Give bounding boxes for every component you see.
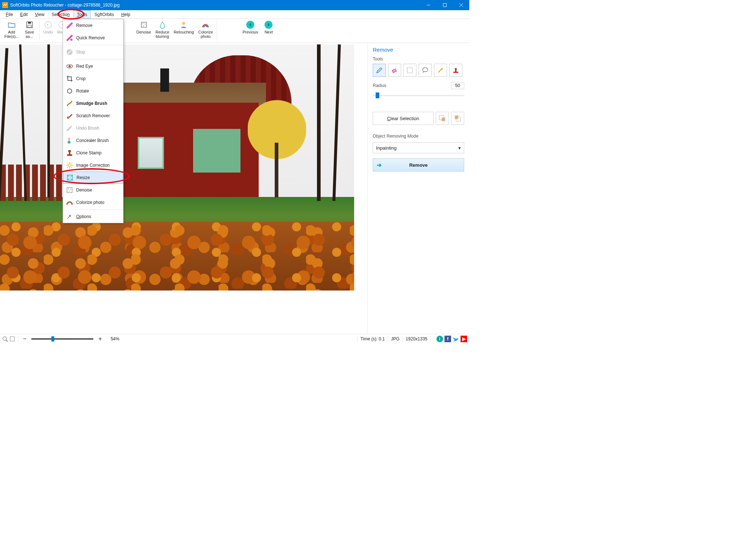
menu-file[interactable]: File [2, 10, 16, 19]
menu-edit[interactable]: Edit [16, 10, 31, 19]
selection-subtract-button[interactable] [451, 112, 464, 125]
svg-point-14 [182, 22, 185, 25]
tool-stamp[interactable] [449, 64, 462, 77]
save-as-button[interactable]: Save as... [22, 20, 37, 39]
menu-item-quick-remove[interactable]: Quick Remove [63, 32, 123, 44]
remove-button-label: Remove [409, 162, 428, 168]
menu-view[interactable]: View [31, 10, 48, 19]
tool-eraser[interactable] [388, 64, 401, 77]
previous-button[interactable]: Previous [241, 20, 260, 35]
retouching-label: Retouching [174, 30, 194, 34]
add-files-button[interactable]: Add File(s)... [3, 20, 20, 39]
menu-item-undo-brush: Undo Brush [63, 122, 123, 134]
window-title: SoftOrbits Photo Retoucher - cottage-297… [10, 3, 120, 8]
colorize-button[interactable]: Colorize photo [197, 20, 214, 39]
undo-icon [44, 20, 52, 29]
svg-rect-6 [28, 22, 31, 24]
denoise-label: Denoise [136, 30, 151, 34]
undo-label: Undo [43, 30, 53, 34]
zoom-slider[interactable] [31, 338, 93, 340]
svg-point-11 [142, 23, 143, 24]
canvas-area[interactable] [0, 43, 367, 334]
rotate-icon [64, 86, 75, 96]
reduce-blurring-button[interactable]: Reduce blurring [154, 20, 171, 39]
svg-line-33 [67, 163, 68, 163]
svg-point-39 [68, 189, 69, 189]
svg-rect-53 [10, 337, 15, 341]
svg-line-36 [67, 167, 68, 168]
mode-value: Inpainting [376, 145, 396, 151]
tool-marquee[interactable] [403, 64, 416, 77]
social-links: i f ▶ [436, 336, 467, 342]
zoom-in-button[interactable]: + [97, 336, 103, 342]
menu-separator [75, 209, 123, 210]
time-label: Time (s): 0.1 [360, 336, 385, 341]
menu-item-remove[interactable]: Remove [63, 19, 123, 32]
next-button[interactable]: Next [261, 20, 276, 35]
menu-item-crop[interactable]: Crop [63, 72, 123, 85]
zoom-out-button[interactable]: − [21, 336, 28, 342]
svg-rect-42 [392, 69, 396, 73]
facebook-icon[interactable]: f [444, 336, 451, 342]
prev-icon [246, 20, 255, 29]
retouching-button[interactable]: Retouching [172, 20, 196, 35]
crop-icon [64, 74, 75, 84]
svg-point-12 [145, 24, 145, 24]
svg-line-52 [6, 340, 8, 341]
denoise-button[interactable]: Denoise [135, 20, 152, 35]
info-icon[interactable]: i [436, 336, 443, 342]
person-icon [179, 20, 188, 29]
close-button[interactable] [453, 0, 469, 10]
selection-add-button[interactable] [436, 112, 449, 125]
menu-tools[interactable]: Tools [73, 10, 91, 19]
clear-selection-button[interactable]: Clear Selection [373, 112, 434, 125]
svg-rect-50 [455, 115, 458, 119]
slider-thumb[interactable] [376, 92, 379, 98]
minimize-button[interactable] [420, 0, 436, 10]
remove-button[interactable]: ➔ Remove [373, 158, 464, 171]
quick-remove-icon [64, 33, 75, 43]
zoom-actual-icon[interactable] [2, 336, 8, 342]
mode-dropdown[interactable]: Inpainting ▾ [373, 142, 464, 153]
menu-item-rotate[interactable]: Rotate [63, 85, 123, 97]
svg-rect-23 [68, 138, 70, 141]
menu-softorbits[interactable]: SoftOrbits [91, 10, 117, 19]
tool-pencil[interactable] [373, 64, 386, 77]
menu-item-scratch-remover[interactable]: Scratch Remover [63, 110, 123, 122]
menu-separator [75, 45, 123, 45]
menu-selection[interactable]: Selection [48, 10, 73, 19]
colorize-label: Colorize photo [198, 30, 213, 39]
maximize-button[interactable] [436, 0, 453, 10]
menu-item-red-eye[interactable]: Red Eye [63, 60, 123, 72]
menu-help[interactable]: Help [118, 10, 134, 19]
radius-value[interactable]: 50 [451, 82, 464, 89]
menu-item-smudge-brush[interactable]: Smudge Brush [63, 97, 123, 110]
zoom-thumb[interactable] [51, 336, 54, 341]
youtube-icon[interactable]: ▶ [461, 336, 467, 342]
remove-icon [64, 20, 75, 31]
svg-point-51 [3, 337, 7, 340]
menu-item-resize[interactable]: Resize [63, 171, 123, 184]
menu-item-colorize-photo[interactable]: Colorize photo [63, 196, 123, 209]
menu-item-clone-stamp[interactable]: Clone Stamp [63, 147, 123, 159]
tool-magic-wand[interactable] [434, 64, 447, 77]
title-bar: SoftOrbits Photo Retoucher - cottage-297… [0, 0, 469, 10]
svg-rect-7 [28, 25, 31, 27]
menu-item-image-correction[interactable]: Image Correction [63, 159, 123, 171]
save-as-label: Save as... [25, 30, 34, 39]
menu-separator [75, 59, 123, 59]
svg-point-21 [68, 65, 71, 67]
undo-button[interactable]: Undo [42, 20, 54, 35]
menu-item-denoise[interactable]: Denoise [63, 184, 123, 196]
app-icon [2, 2, 8, 8]
next-icon [264, 20, 273, 29]
menu-item-options[interactable]: Options [63, 210, 123, 223]
tool-lasso[interactable] [419, 64, 432, 77]
previous-label: Previous [243, 30, 258, 34]
svg-point-46 [455, 68, 457, 70]
tool-palette [373, 64, 464, 77]
menu-item-concealer-brush[interactable]: Concealer Brush [63, 134, 123, 147]
radius-slider[interactable] [373, 92, 464, 99]
twitter-icon[interactable] [453, 336, 459, 342]
fit-screen-icon[interactable] [9, 336, 15, 342]
